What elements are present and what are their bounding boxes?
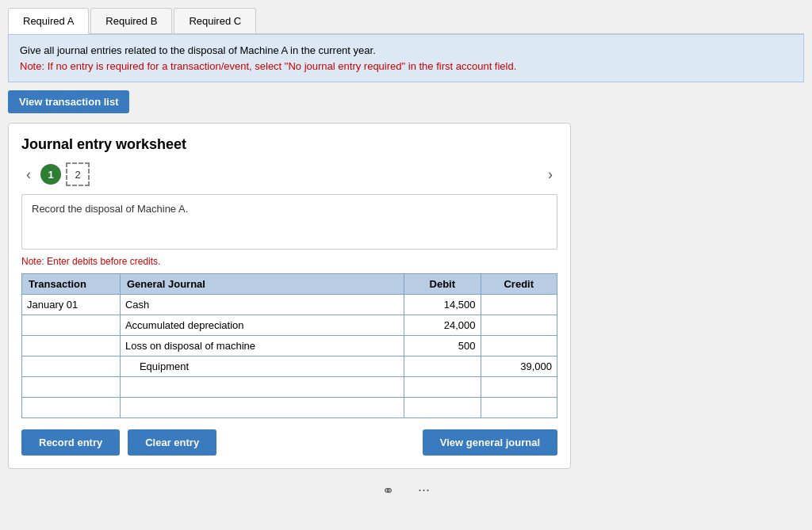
debit-cell[interactable]: [404, 398, 481, 418]
journal-table: Transaction General Journal Debit Credit…: [21, 273, 557, 418]
record-entry-button[interactable]: Record entry: [21, 429, 120, 456]
col-header-general-journal: General Journal: [120, 274, 404, 295]
table-row: January 01Cash14,500: [22, 295, 557, 315]
table-row: [22, 377, 557, 398]
view-general-journal-button[interactable]: View general journal: [423, 429, 557, 456]
debit-cell[interactable]: [404, 357, 481, 377]
debit-cell[interactable]: 500: [404, 336, 481, 357]
description-box: Record the disposal of Machine A.: [21, 194, 557, 250]
tab-required-c[interactable]: Required C: [174, 8, 256, 33]
transaction-cell: [22, 377, 121, 398]
info-main-text: Give all journal entries related to the …: [20, 43, 792, 59]
transaction-cell: [22, 357, 121, 377]
ellipsis-icon[interactable]: ···: [418, 482, 430, 499]
transaction-cell: January 01: [22, 295, 121, 315]
account-cell[interactable]: Cash: [120, 295, 404, 315]
page-1-badge[interactable]: 1: [40, 164, 61, 185]
credit-cell[interactable]: [481, 398, 557, 418]
view-transaction-list-button[interactable]: View transaction list: [8, 90, 129, 113]
debit-cell[interactable]: [404, 377, 481, 398]
transaction-cell: [22, 336, 121, 357]
debit-cell[interactable]: 14,500: [404, 295, 481, 315]
account-cell[interactable]: [120, 377, 404, 398]
bottom-buttons: Record entry Clear entry View general jo…: [21, 429, 557, 456]
account-cell[interactable]: [120, 398, 404, 418]
next-page-button[interactable]: ›: [543, 165, 557, 185]
credit-cell[interactable]: 39,000: [481, 357, 557, 377]
worksheet-card: Journal entry worksheet ‹ 1 2 › Record t…: [8, 123, 571, 469]
note-text: Note: Enter debits before credits.: [21, 256, 557, 267]
tab-required-b[interactable]: Required B: [90, 8, 172, 33]
credit-cell[interactable]: [481, 377, 557, 398]
table-row: [22, 398, 557, 418]
nav-row: ‹ 1 2 ›: [21, 162, 557, 186]
transaction-cell: [22, 315, 121, 336]
account-cell[interactable]: Accumulated depreciation: [120, 315, 404, 336]
account-cell[interactable]: Loss on disposal of machine: [120, 336, 404, 357]
col-header-transaction: Transaction: [22, 274, 121, 295]
link-icon[interactable]: ⚭: [382, 482, 394, 499]
tab-required-a[interactable]: Required A: [8, 8, 89, 34]
credit-cell[interactable]: [481, 295, 557, 315]
table-row: Accumulated depreciation24,000: [22, 315, 557, 336]
prev-page-button[interactable]: ‹: [21, 165, 36, 185]
tabs-container: Required A Required B Required C: [8, 8, 804, 34]
account-cell[interactable]: Equipment: [120, 357, 404, 377]
debit-cell[interactable]: 24,000: [404, 315, 481, 336]
col-header-debit: Debit: [404, 274, 481, 295]
table-row: Equipment39,000: [22, 357, 557, 377]
clear-entry-button[interactable]: Clear entry: [128, 429, 216, 456]
info-box: Give all journal entries related to the …: [8, 34, 804, 82]
transaction-cell: [22, 398, 121, 418]
credit-cell[interactable]: [481, 315, 557, 336]
icon-row: ⚭ ···: [8, 477, 804, 504]
col-header-credit: Credit: [481, 274, 557, 295]
worksheet-title: Journal entry worksheet: [21, 136, 557, 153]
page-2-box[interactable]: 2: [66, 162, 90, 186]
credit-cell[interactable]: [481, 336, 557, 357]
toolbar: View transaction list: [8, 90, 804, 113]
info-note-text: Note: If no entry is required for a tran…: [20, 59, 792, 74]
table-row: Loss on disposal of machine500: [22, 336, 557, 357]
